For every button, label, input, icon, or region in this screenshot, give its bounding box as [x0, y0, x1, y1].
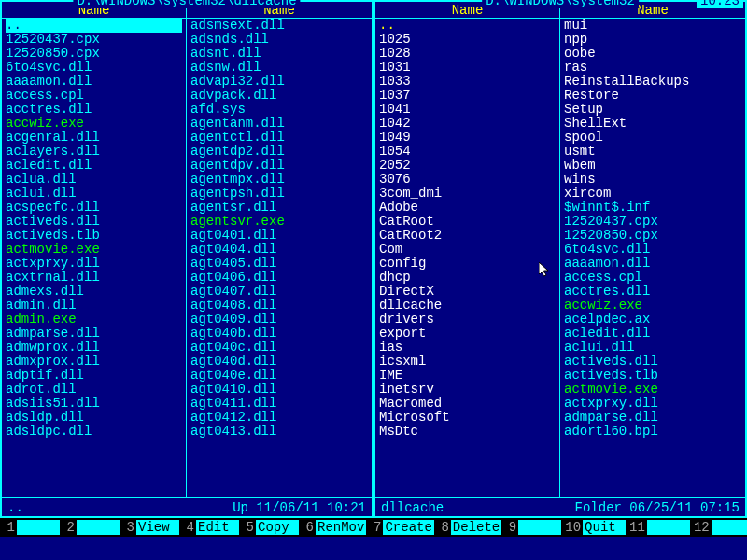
file-item[interactable]: 12520437.cpx [6, 33, 182, 47]
file-item[interactable]: 3com_dmi [379, 187, 556, 201]
fkey-8[interactable]: 8Delete [436, 520, 501, 535]
fkey-9[interactable]: 9 [503, 520, 561, 535]
file-item[interactable]: ias [379, 341, 556, 355]
fkey-7[interactable]: 7Create [368, 520, 433, 535]
file-item[interactable]: 1042 [379, 117, 556, 131]
file-item[interactable]: agentpsh.dll [190, 187, 368, 201]
file-item[interactable]: activeds.tlb [564, 369, 741, 383]
file-item[interactable]: 1041 [379, 103, 556, 117]
file-item[interactable]: agt0410.dll [190, 383, 368, 397]
file-item[interactable]: acgenral.dll [6, 131, 182, 145]
file-item[interactable]: inetsrv [379, 383, 556, 397]
file-item[interactable]: aclua.dll [6, 173, 182, 187]
file-item[interactable]: agentdp2.dll [190, 145, 368, 159]
file-item[interactable]: agt040e.dll [190, 369, 368, 383]
file-item[interactable]: accwiz.exe [6, 117, 182, 131]
fkey-3[interactable]: 3View [121, 520, 179, 535]
file-item[interactable]: CatRoot [379, 215, 556, 229]
file-item[interactable]: 2052 [379, 159, 556, 173]
file-item[interactable]: .. [6, 19, 182, 33]
file-item[interactable]: acspecfc.dll [6, 201, 182, 215]
fkey-11[interactable]: 11 [627, 520, 690, 535]
file-item[interactable]: acctres.dll [6, 103, 182, 117]
file-item[interactable]: config [379, 257, 556, 271]
fkey-12[interactable]: 12 [692, 520, 747, 535]
file-item[interactable]: adsnw.dll [190, 61, 368, 75]
file-item[interactable]: agentmpx.dll [190, 173, 368, 187]
file-item[interactable]: agt0405.dll [190, 257, 368, 271]
file-item[interactable]: admparse.dll [564, 411, 741, 425]
file-item[interactable]: adsnt.dll [190, 47, 368, 61]
file-item[interactable]: MsDtc [379, 425, 556, 439]
file-item[interactable]: aclui.dll [564, 341, 741, 355]
file-item[interactable]: dllcache [379, 299, 556, 313]
file-item[interactable]: icsxml [379, 355, 556, 369]
file-item[interactable]: ReinstallBackups [564, 75, 741, 89]
file-item[interactable]: agt0401.dll [190, 229, 368, 243]
file-item[interactable]: admin.exe [6, 313, 182, 327]
file-item[interactable]: drivers [379, 313, 556, 327]
file-item[interactable]: agentanm.dll [190, 117, 368, 131]
file-item[interactable]: 1031 [379, 61, 556, 75]
file-item[interactable]: Com [379, 243, 556, 257]
file-item[interactable]: agt0409.dll [190, 313, 368, 327]
file-item[interactable]: acctres.dll [564, 285, 741, 299]
file-item[interactable]: wins [564, 173, 741, 187]
file-item[interactable]: .. [379, 19, 556, 33]
file-item[interactable]: admin.dll [6, 299, 182, 313]
file-item[interactable]: 12520437.cpx [564, 215, 741, 229]
file-item[interactable]: ras [564, 61, 741, 75]
file-item[interactable]: 6to4svc.dll [564, 243, 741, 257]
file-item[interactable]: Macromed [379, 397, 556, 411]
file-item[interactable]: DirectX [379, 285, 556, 299]
file-item[interactable]: advapi32.dll [190, 75, 368, 89]
file-item[interactable]: export [379, 327, 556, 341]
file-item[interactable]: access.cpl [6, 89, 182, 103]
file-item[interactable]: actxprxy.dll [6, 257, 182, 271]
file-item[interactable]: admxprox.dll [6, 355, 182, 369]
file-item[interactable]: admwprox.dll [6, 341, 182, 355]
file-item[interactable]: afd.sys [190, 103, 368, 117]
file-item[interactable]: adsiis51.dll [6, 397, 182, 411]
file-item[interactable]: $winnt$.inf [564, 201, 741, 215]
file-item[interactable]: Microsoft [379, 411, 556, 425]
file-item[interactable]: acelpdec.ax [564, 313, 741, 327]
file-item[interactable]: Setup [564, 103, 741, 117]
file-item[interactable]: agt0406.dll [190, 271, 368, 285]
file-item[interactable]: access.cpl [564, 271, 741, 285]
file-item[interactable]: 3076 [379, 173, 556, 187]
fkey-6[interactable]: 6RenMov [301, 520, 366, 535]
fkey-2[interactable]: 2 [62, 520, 120, 535]
file-item[interactable]: adptif.dll [6, 369, 182, 383]
file-item[interactable]: agt0404.dll [190, 243, 368, 257]
file-item[interactable]: CatRoot2 [379, 229, 556, 243]
file-item[interactable]: 1049 [379, 131, 556, 145]
file-item[interactable]: actmovie.exe [6, 243, 182, 257]
file-item[interactable]: acledit.dll [564, 327, 741, 341]
file-item[interactable]: actxprxy.dll [564, 397, 741, 411]
file-item[interactable]: agentctl.dll [190, 131, 368, 145]
file-item[interactable]: agt0408.dll [190, 299, 368, 313]
file-item[interactable]: aclui.dll [6, 187, 182, 201]
file-item[interactable]: mui [564, 19, 741, 33]
file-item[interactable]: 12520850.cpx [6, 47, 182, 61]
file-item[interactable]: Restore [564, 89, 741, 103]
file-item[interactable]: 6to4svc.dll [6, 61, 182, 75]
file-item[interactable]: 1037 [379, 89, 556, 103]
file-item[interactable]: agt0407.dll [190, 285, 368, 299]
file-item[interactable]: wbem [564, 159, 741, 173]
file-item[interactable]: agt0413.dll [190, 425, 368, 439]
file-item[interactable]: adsldp.dll [6, 411, 182, 425]
file-item[interactable]: aaaamon.dll [564, 257, 741, 271]
file-item[interactable]: 1033 [379, 75, 556, 89]
file-item[interactable]: dhcp [379, 271, 556, 285]
file-item[interactable]: usmt [564, 145, 741, 159]
file-item[interactable]: agentsr.dll [190, 201, 368, 215]
fkey-1[interactable]: 1 [2, 520, 60, 535]
fkey-10[interactable]: 10Quit [563, 520, 626, 535]
file-item[interactable]: acledit.dll [6, 159, 182, 173]
file-item[interactable]: agt040d.dll [190, 355, 368, 369]
file-item[interactable]: adsldpc.dll [6, 425, 182, 439]
file-item[interactable]: aaaamon.dll [6, 75, 182, 89]
file-item[interactable]: npp [564, 33, 741, 47]
